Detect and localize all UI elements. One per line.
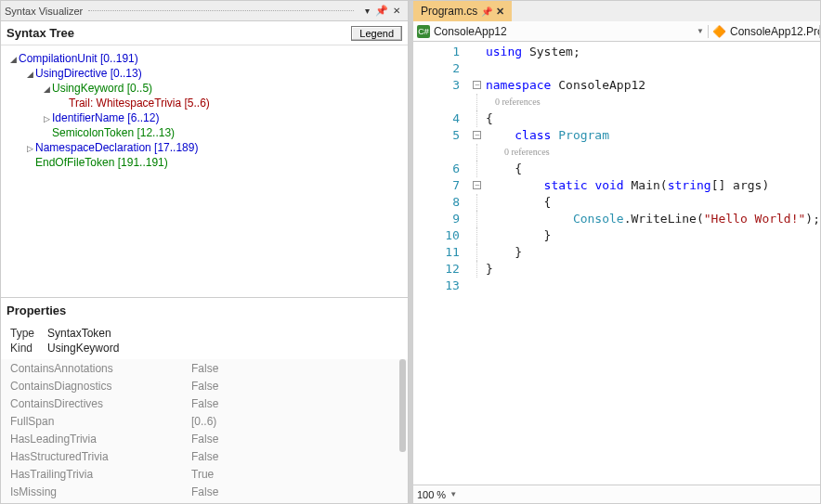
zoom-bar: 100 % ▼ xyxy=(413,485,820,503)
editor-tabs: Program.cs 📌 ✕ xyxy=(413,1,820,21)
code-line[interactable] xyxy=(486,278,820,294)
tree-node[interactable]: ◢UsingKeyword [0..5) xyxy=(5,81,404,96)
code-line[interactable]: namespace ConsoleApp12 xyxy=(486,77,820,94)
line-number: 9 xyxy=(413,211,460,227)
property-row[interactable]: FullSpan[0..6) xyxy=(1,412,408,430)
tree-node[interactable]: ▷IdentifierName [6..12) xyxy=(5,110,404,125)
code-editor[interactable]: 12345678910111213 −−− using System;names… xyxy=(413,42,820,485)
tree-node[interactable]: ◢UsingDirective [0..13) xyxy=(5,66,404,81)
tree-node-label[interactable]: UsingDirective [0..13) xyxy=(35,67,142,80)
property-value: True xyxy=(191,468,398,481)
expand-icon[interactable]: ▷ xyxy=(42,114,52,123)
property-key: HasTrailingTrivia xyxy=(10,468,191,481)
property-value: False xyxy=(191,450,398,463)
fold-toggle[interactable]: − xyxy=(473,131,481,139)
tree-node-label[interactable]: Trail: WhitespaceTrivia [5..6) xyxy=(69,97,210,110)
property-value: [0..6) xyxy=(191,415,398,428)
pin-icon[interactable]: 📌 xyxy=(374,4,389,19)
code-content[interactable]: using System;namespace ConsoleApp12 0 re… xyxy=(486,42,820,485)
syntax-tree[interactable]: ◢CompilationUnit [0..191)◢UsingDirective… xyxy=(1,45,408,297)
fold-toggle[interactable]: − xyxy=(473,81,481,89)
code-line[interactable]: { xyxy=(486,194,820,211)
property-row[interactable]: HasLeadingTriviaFalse xyxy=(1,430,408,447)
syntax-visualizer-panel: Syntax Visualizer ▾ 📌 ✕ Syntax Tree Lege… xyxy=(1,1,409,503)
tree-node-label[interactable]: CompilationUnit [0..191) xyxy=(19,52,138,65)
code-line[interactable]: static void Main(string[] args) xyxy=(486,177,820,194)
prop-kind-value: UsingKeyword xyxy=(47,342,119,355)
code-line[interactable] xyxy=(486,60,820,77)
navigation-bar: C# ConsoleApp12 ▼ 🔶 ConsoleApp12.Pro xyxy=(413,21,820,42)
line-number: 10 xyxy=(413,227,460,244)
expand-icon[interactable]: ◢ xyxy=(8,55,19,64)
type-combo-text: ConsoleApp12.Pro xyxy=(730,25,820,38)
expand-icon[interactable]: ▷ xyxy=(25,144,35,153)
properties-panel: Properties TypeSyntaxToken KindUsingKeyw… xyxy=(1,297,408,503)
expand-icon[interactable]: ◢ xyxy=(42,84,52,94)
tree-node-label[interactable]: EndOfFileToken [191..191) xyxy=(35,156,168,169)
property-value: False xyxy=(191,485,398,498)
csharp-icon: C# xyxy=(417,25,430,38)
code-line[interactable]: { xyxy=(486,161,820,177)
tree-node[interactable]: ▷EndOfFileToken [191..191) xyxy=(5,155,404,170)
dropdown-icon[interactable]: ▾ xyxy=(359,4,374,19)
scrollbar[interactable] xyxy=(399,359,406,452)
tree-section-header: Syntax Tree Legend xyxy=(1,21,408,45)
line-number: 4 xyxy=(413,110,460,127)
tree-node[interactable]: ▷NamespaceDeclaration [17..189) xyxy=(5,140,404,155)
codelens[interactable]: 0 references xyxy=(486,94,820,110)
codelens[interactable]: 0 references xyxy=(486,144,820,161)
line-number: 12 xyxy=(413,261,460,278)
code-line[interactable]: } xyxy=(486,244,820,261)
code-line[interactable]: { xyxy=(486,110,820,127)
line-number: 11 xyxy=(413,244,460,261)
expand-icon[interactable]: ◢ xyxy=(25,70,35,79)
tree-node-label[interactable]: SemicolonToken [12..13) xyxy=(52,126,175,139)
property-key: ContainsAnnotations xyxy=(10,362,191,375)
tab-program-cs[interactable]: Program.cs 📌 ✕ xyxy=(413,1,512,21)
tab-close-icon[interactable]: ✕ xyxy=(496,6,504,18)
tree-node[interactable]: ◢CompilationUnit [0..191) xyxy=(5,51,404,66)
project-combo-text: ConsoleApp12 xyxy=(434,25,507,38)
property-row[interactable]: HasStructuredTriviaFalse xyxy=(1,447,408,465)
property-row[interactable]: ContainsDirectivesFalse xyxy=(1,394,408,412)
property-row[interactable]: ContainsAnnotationsFalse xyxy=(1,359,408,377)
tree-node[interactable]: ▷Trail: WhitespaceTrivia [5..6) xyxy=(5,96,404,110)
property-key: ContainsDiagnostics xyxy=(10,380,191,393)
zoom-combo[interactable]: 100 % ▼ xyxy=(413,489,461,500)
code-line[interactable]: using System; xyxy=(486,44,820,60)
header-grip[interactable] xyxy=(88,10,354,11)
tree-title: Syntax Tree xyxy=(7,26,74,40)
properties-summary: TypeSyntaxToken KindUsingKeyword xyxy=(1,322,408,359)
tree-node-label[interactable]: NamespaceDeclaration [17..189) xyxy=(35,141,198,154)
project-combo[interactable]: C# ConsoleApp12 ▼ xyxy=(413,25,709,38)
tab-pin-icon[interactable]: 📌 xyxy=(481,6,492,17)
line-number: 8 xyxy=(413,194,460,211)
legend-button[interactable]: Legend xyxy=(351,26,402,41)
line-number: 5 xyxy=(413,127,460,144)
properties-grid[interactable]: ContainsAnnotationsFalseContainsDiagnost… xyxy=(1,359,408,503)
tree-node-label[interactable]: IdentifierName [6..12) xyxy=(52,111,159,124)
type-combo[interactable]: 🔶 ConsoleApp12.Pro xyxy=(709,25,820,38)
fold-toggle[interactable]: − xyxy=(473,181,481,189)
fold-gutter[interactable]: −−− xyxy=(469,42,486,485)
property-row[interactable]: LanguageC# xyxy=(1,500,408,503)
tree-node-label[interactable]: UsingKeyword [0..5) xyxy=(52,82,152,95)
property-value: False xyxy=(191,433,398,446)
code-line[interactable]: Console.WriteLine("Hello World!"); xyxy=(486,211,820,227)
line-number: 7 xyxy=(413,177,460,194)
tree-node[interactable]: ▷SemicolonToken [12..13) xyxy=(5,125,404,140)
property-row[interactable]: HasTrailingTriviaTrue xyxy=(1,465,408,483)
close-icon[interactable]: ✕ xyxy=(389,4,404,19)
code-line[interactable]: class Program xyxy=(486,127,820,144)
code-line[interactable]: } xyxy=(486,261,820,278)
prop-type-value: SyntaxToken xyxy=(47,327,111,340)
property-key: ContainsDirectives xyxy=(10,397,191,410)
prop-type-label: Type xyxy=(10,327,47,340)
property-value: False xyxy=(191,380,398,393)
property-value: False xyxy=(191,397,398,410)
code-line[interactable]: } xyxy=(486,227,820,244)
property-row[interactable]: IsMissingFalse xyxy=(1,483,408,500)
property-row[interactable]: ContainsDiagnosticsFalse xyxy=(1,377,408,394)
zoom-value: 100 % xyxy=(417,489,446,500)
line-number: 6 xyxy=(413,161,460,177)
